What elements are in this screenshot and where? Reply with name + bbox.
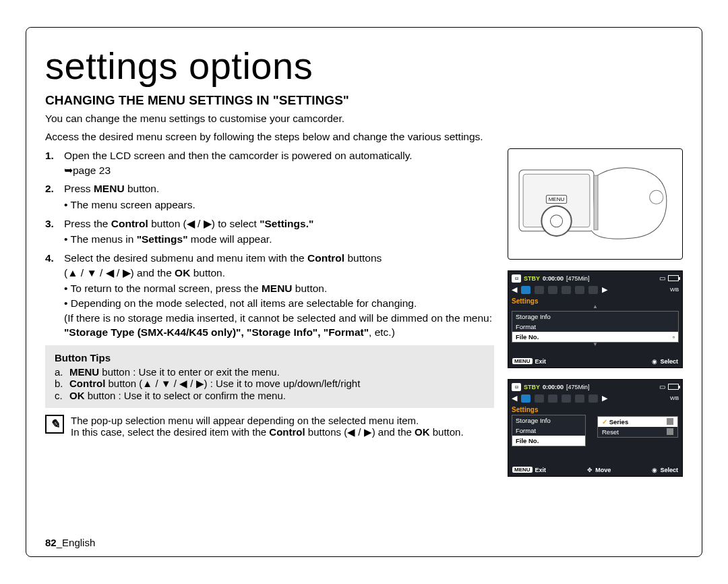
card-icon: ▭: [659, 383, 665, 390]
svg-point-3: [550, 214, 562, 227]
right-column: MENU ⧈ STBY 0:00:00 [475Min] ▭: [508, 148, 683, 477]
note-line2-bold2: OK: [415, 426, 430, 438]
step-3-mid: button (◀ / ▶) to select: [148, 218, 260, 229]
tip-a-bold: MENU: [69, 366, 99, 378]
step-3-bold1: Control: [111, 218, 148, 229]
step-2-sub: The menu screen appears.: [64, 198, 494, 212]
step-4-sub1-bold: MENU: [262, 283, 293, 294]
step-4-pre: Select the desired submenu and menu item…: [64, 252, 307, 264]
wb-icon: WB: [670, 395, 679, 401]
lcd1-stby: STBY: [524, 275, 540, 282]
lcd2-sub-1: Reset: [598, 427, 677, 437]
tip-b-bold: Control: [69, 378, 105, 389]
lcd1-item-1: Format: [512, 322, 678, 332]
battery-icon: [668, 384, 679, 390]
page-lang: _English: [57, 537, 96, 548]
lcd2-submenu: Series Reset: [597, 416, 678, 438]
note-line1: The pop-up selection menu will appear de…: [71, 415, 464, 426]
note-line2-pre: In this case, select the desired item wi…: [71, 426, 269, 438]
nav-right-icon: ▶: [602, 394, 607, 403]
battery-icon: [668, 275, 679, 281]
step-3-number: 3.: [45, 216, 64, 247]
lcd2-settings-label: Settings: [512, 406, 679, 413]
step-2-text-pre: Press: [64, 183, 94, 194]
step-4-line2-bold: OK: [175, 267, 190, 279]
tab-icon: [548, 286, 557, 294]
lcd1-menu-list: Storage Info Format File No.▫: [512, 311, 679, 343]
lcd2-left-1: Format: [512, 426, 585, 436]
tip-a-post: button : Use it to enter or exit the men…: [99, 366, 280, 378]
step-3-sub-bold: "Settings": [137, 233, 188, 245]
nav-left-icon: ◀: [512, 285, 517, 294]
lcd2-exit: Exit: [535, 467, 547, 473]
tab-icon: [575, 286, 584, 294]
step-4-number: 4.: [45, 251, 64, 340]
step-4-sub3-pre: (If there is no storage media inserted, …: [64, 312, 492, 324]
button-tips-box: Button Tips a.MENU button : Use it to en…: [45, 345, 494, 408]
note-line2-post: button.: [430, 426, 464, 438]
tab-icon: [562, 286, 571, 294]
svg-rect-6: [594, 175, 598, 230]
reset-icon: [667, 428, 673, 435]
tip-c-bold: OK: [69, 390, 85, 401]
lcd-screenshot-2: ⧈ STBY 0:00:00 [475Min] ▭ ◀ ▶: [508, 379, 683, 477]
menu-label: MENU: [549, 196, 565, 202]
step-4-line2-post: button.: [190, 267, 225, 279]
step-1-pageref: ➥page 23: [64, 165, 111, 176]
button-tips-heading: Button Tips: [55, 352, 485, 363]
note-line2-mid: buttons (◀ / ▶) and the: [305, 426, 415, 438]
step-2-text-post: button.: [125, 183, 160, 194]
step-3-sub-post: mode will appear.: [188, 233, 272, 245]
step-2-number: 2.: [45, 181, 64, 212]
lcd1-remain: [475Min]: [566, 275, 590, 282]
lcd2-remain: [475Min]: [566, 384, 590, 390]
nav-left-icon: ◀: [512, 394, 517, 403]
tab-icon: [548, 395, 557, 403]
step-4-sub2: Depending on the mode selected, not all …: [71, 297, 417, 309]
lcd2-select: Select: [660, 467, 678, 473]
tab-icon-selected: [521, 395, 530, 403]
tip-a-label: a.: [55, 366, 69, 378]
lcd1-item-2-highlight: File No.▫: [512, 332, 678, 342]
step-4-sub1-post: button.: [293, 283, 328, 294]
tab-icon: [588, 395, 598, 403]
camcorder-svg: MENU: [514, 156, 677, 252]
lcd1-exit: Exit: [535, 358, 547, 365]
note-line2-bold1: Control: [269, 426, 305, 438]
step-4-bold: Control: [307, 252, 344, 264]
tab-icon: [535, 395, 544, 403]
camcorder-icon: ⧈: [512, 274, 521, 283]
lcd2-left-list: Storage Info Format File No.: [512, 415, 586, 446]
nav-right-icon: ▶: [602, 285, 607, 294]
page-number: 82: [45, 537, 57, 548]
tab-icon-selected: [521, 286, 530, 294]
step-4-post: buttons: [344, 252, 382, 264]
lcd1-item-0: Storage Info: [512, 312, 678, 322]
lcd2-left-2-highlight: File No.: [512, 436, 585, 446]
step-3-pre: Press the: [64, 218, 111, 229]
step-2-bold: MENU: [94, 183, 125, 194]
lcd1-time: 0:00:00: [543, 275, 564, 282]
page-title: settings options: [45, 44, 683, 88]
step-3-sub-pre: The menus in: [70, 233, 136, 245]
section-title: CHANGING THE MENU SETTINGS IN "SETTINGS": [45, 93, 683, 108]
step-1-text: Open the LCD screen and then the camcord…: [64, 150, 413, 161]
left-column: 1. Open the LCD screen and then the camc…: [45, 148, 494, 477]
step-3-bold2: "Settings.": [260, 218, 313, 229]
svg-point-5: [650, 190, 663, 204]
lcd1-select: Select: [660, 358, 678, 365]
scroll-down-icon: ▼: [512, 341, 679, 347]
lcd2-menu-pill: MENU: [512, 467, 533, 473]
camcorder-illustration: MENU: [508, 148, 683, 260]
steps-list: 1. Open the LCD screen and then the camc…: [45, 148, 494, 340]
tip-c-label: c.: [55, 390, 69, 401]
lcd2-left-0: Storage Info: [512, 415, 585, 426]
step-1-number: 1.: [45, 148, 64, 177]
tip-b-label: b.: [55, 378, 69, 390]
intro-2: Access the desired menu screen by follow…: [45, 130, 683, 144]
lcd2-move: Move: [595, 467, 611, 473]
tab-icon: [562, 395, 571, 403]
content-row: 1. Open the LCD screen and then the camc…: [45, 148, 683, 477]
lcd2-stby: STBY: [524, 384, 540, 390]
step-4-sub3-post: , etc.): [369, 326, 395, 338]
